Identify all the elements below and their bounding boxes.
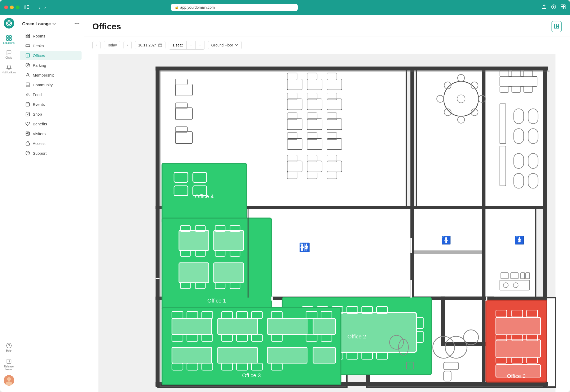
svg-rect-73 xyxy=(214,230,244,250)
svg-rect-66 xyxy=(441,342,486,346)
icon-sidebar-bottom: Help Release Notes xyxy=(1,341,17,389)
close-button[interactable] xyxy=(4,6,8,9)
svg-rect-236 xyxy=(410,238,412,253)
seat-plus-button[interactable]: + xyxy=(195,41,204,49)
svg-rect-187 xyxy=(175,132,192,144)
svg-rect-127 xyxy=(172,347,212,363)
nav-item-membership[interactable]: Membership xyxy=(20,70,82,80)
workspace-more-button[interactable]: ••• xyxy=(74,21,79,27)
nav-item-desks[interactable]: Desks xyxy=(20,41,82,50)
visitors-label: Visitors xyxy=(33,131,46,136)
svg-rect-169 xyxy=(307,139,322,149)
icon-sidebar-top: Locations Chats Notifications xyxy=(1,33,17,341)
forward-button[interactable]: › xyxy=(43,4,48,11)
svg-point-27 xyxy=(27,73,28,75)
sidebar-item-chats[interactable]: Chats xyxy=(1,48,17,61)
sidebar-item-release-notes[interactable]: Release Notes xyxy=(1,356,17,373)
svg-rect-129 xyxy=(267,347,307,363)
svg-rect-117 xyxy=(313,318,335,334)
extensions-button[interactable] xyxy=(560,4,566,11)
svg-rect-10 xyxy=(6,36,8,37)
new-tab-button[interactable] xyxy=(551,4,556,11)
svg-rect-48 xyxy=(416,69,545,208)
nav-item-parking[interactable]: Parking xyxy=(20,60,82,70)
back-button[interactable]: ‹ xyxy=(37,4,42,11)
app-logo[interactable] xyxy=(4,18,14,29)
nav-item-visitors[interactable]: Visitors xyxy=(20,129,82,138)
url-bar[interactable]: 🔒 app.yourdomain.com xyxy=(171,4,298,11)
nav-item-benefits[interactable]: Benefits xyxy=(20,119,82,129)
sidebar-item-notifications[interactable]: Notifications xyxy=(1,62,17,76)
svg-rect-240 xyxy=(160,70,550,72)
prev-date-button[interactable]: ‹ xyxy=(92,41,101,49)
floor-selector[interactable]: Ground Floor xyxy=(208,41,242,49)
sidebar-toggle-button[interactable] xyxy=(23,4,31,11)
svg-rect-1 xyxy=(27,5,29,6)
browser-chrome: ‹ › 🔒 app.yourdomain.com xyxy=(0,0,570,15)
layout-toggle-button[interactable] xyxy=(552,21,562,32)
svg-rect-23 xyxy=(28,36,30,38)
desks-label: Desks xyxy=(33,44,44,48)
share-button[interactable] xyxy=(542,4,547,11)
svg-rect-150 xyxy=(287,79,302,90)
minimize-button[interactable] xyxy=(10,6,14,9)
main-content: Offices ‹ Today › 18.11.2024 1 seat − + xyxy=(84,15,570,392)
user-avatar[interactable] xyxy=(4,375,14,386)
sidebar-item-locations[interactable]: Locations xyxy=(1,33,17,46)
url-text: app.yourdomain.com xyxy=(180,5,215,10)
svg-text:🚺: 🚺 xyxy=(515,235,525,245)
feed-label: Feed xyxy=(33,92,42,97)
svg-rect-53 xyxy=(156,67,160,387)
nav-item-rooms[interactable]: Rooms xyxy=(20,31,82,41)
nav-sidebar: Green Lounge ••• Rooms Desks Offices xyxy=(18,15,84,392)
floor-plan-container[interactable]: .wall { fill: #3d3d3d; } .room-bg { fill… xyxy=(84,54,570,392)
svg-rect-141 xyxy=(496,318,540,335)
svg-rect-235 xyxy=(271,297,273,301)
maximize-button[interactable] xyxy=(16,6,20,9)
svg-rect-83 xyxy=(214,263,244,283)
nav-item-support[interactable]: Support xyxy=(20,148,82,158)
svg-text:🚹: 🚹 xyxy=(441,235,451,245)
svg-rect-6 xyxy=(563,5,565,7)
date-input-wrapper[interactable]: 18.11.2024 xyxy=(135,41,165,49)
sidebar-item-help[interactable]: Help xyxy=(1,341,17,354)
svg-rect-115 xyxy=(218,318,258,334)
browser-actions xyxy=(542,4,566,11)
events-label: Events xyxy=(33,102,45,107)
svg-rect-156 xyxy=(287,99,302,110)
svg-rect-12 xyxy=(6,39,8,40)
locations-label: Locations xyxy=(3,41,15,44)
seat-minus-button[interactable]: − xyxy=(186,41,195,49)
svg-rect-152 xyxy=(327,79,342,90)
community-label: Community xyxy=(33,83,53,87)
nav-item-access[interactable]: Access xyxy=(20,139,82,148)
svg-rect-128 xyxy=(218,347,258,363)
nav-item-shop[interactable]: Shop xyxy=(20,109,82,119)
svg-rect-168 xyxy=(287,139,302,149)
svg-rect-41 xyxy=(557,26,559,28)
svg-rect-42 xyxy=(159,44,162,47)
svg-rect-24 xyxy=(26,45,30,47)
svg-rect-82 xyxy=(179,263,209,283)
today-button[interactable]: Today xyxy=(104,41,120,49)
nav-item-events[interactable]: Events xyxy=(20,100,82,109)
nav-item-feed[interactable]: Feed xyxy=(20,90,82,99)
header-actions xyxy=(552,21,562,32)
svg-point-26 xyxy=(26,63,30,67)
next-date-button[interactable]: › xyxy=(124,41,132,49)
lock-icon: 🔒 xyxy=(175,6,179,9)
workspace-name[interactable]: Green Lounge xyxy=(22,22,56,26)
benefits-label: Benefits xyxy=(33,122,47,126)
office6-label: Office 6 xyxy=(507,373,526,379)
svg-rect-7 xyxy=(561,7,563,9)
svg-rect-176 xyxy=(327,161,342,172)
nav-item-offices[interactable]: Offices xyxy=(20,51,82,60)
svg-rect-72 xyxy=(179,230,209,250)
nav-item-community[interactable]: Community xyxy=(20,80,82,89)
parking-label: Parking xyxy=(33,63,46,68)
floor-plan-svg: .wall { fill: #3d3d3d; } .room-bg { fill… xyxy=(84,54,570,392)
svg-rect-56 xyxy=(410,70,414,208)
office1-label: Office 1 xyxy=(207,297,226,304)
access-label: Access xyxy=(33,141,45,146)
workspace-name-text: Green Lounge xyxy=(22,22,51,26)
